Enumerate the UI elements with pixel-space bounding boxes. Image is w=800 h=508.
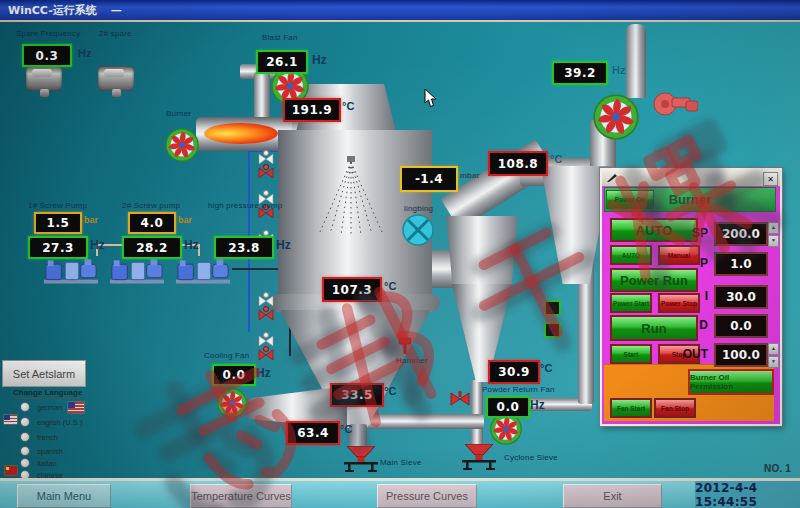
i-label: I [690, 289, 708, 303]
fan-stop-button[interactable]: Fan Stop [654, 398, 696, 418]
powder-return-fan-label: Powder Return Fan [482, 385, 555, 394]
start-button[interactable]: Start [610, 344, 652, 364]
powder-fan-freq-readout: 0.0 [486, 396, 530, 418]
language-label: spanish [37, 447, 63, 456]
sp-value-field[interactable]: 200.0 [714, 222, 768, 246]
tower-outlet-temp-unit: °C [384, 280, 396, 292]
sp-spinner-up-icon[interactable]: ▲ [768, 222, 779, 234]
set-alarm-button[interactable]: Set Aetslarm [2, 360, 86, 387]
cyclone-temp-unit: °C [540, 362, 552, 374]
cyclone-temp-readout: 30.9 [488, 360, 540, 384]
fan-start-button[interactable]: Fan Start [610, 398, 652, 418]
language-option-french[interactable]: french [20, 432, 58, 442]
d-value-field[interactable]: 0.0 [714, 314, 768, 338]
burner-oil-permission-button[interactable]: Burner Oil Permission [688, 369, 774, 395]
main-menu-button[interactable]: Main Menu [17, 484, 111, 508]
blast-fan-freq-readout: 26.1 [256, 50, 308, 74]
language-label: french [37, 433, 58, 442]
minimize-icon[interactable]: — [111, 4, 122, 17]
out-spinner-down-icon[interactable]: ▼ [768, 356, 779, 368]
pump1-freq-readout: 27.3 [28, 236, 88, 259]
spare-motor-2-icon [98, 66, 134, 91]
temperature-curves-button[interactable]: Temperature Curves [190, 484, 292, 508]
language-option-spanish[interactable]: spanish [20, 446, 63, 456]
title-divider [0, 20, 800, 22]
pump2-bar-unit: bar [178, 215, 192, 225]
panel-tool-icon [606, 173, 618, 183]
blast-fan-label: Blast Fan [262, 33, 298, 42]
burner-control-panel: ✕ Burner Power On AUTO AUTO Manual Power… [600, 168, 782, 426]
language-option-italian[interactable]: italian [20, 458, 57, 468]
radio-icon[interactable] [20, 417, 30, 427]
bottom-transfer-pipe [366, 414, 484, 429]
cone-temp-unit: °C [384, 385, 396, 397]
radio-icon[interactable] [20, 402, 30, 412]
sp-spinner[interactable]: ▲ ▼ [768, 222, 779, 244]
panel-title-bar[interactable] [602, 170, 780, 186]
valve-indicator-2 [544, 322, 561, 338]
datetime-display: 2012-4-4 15:44:55 [695, 481, 800, 508]
panel-close-button[interactable]: ✕ [763, 172, 778, 186]
power-run-button[interactable]: Power Run [610, 268, 698, 292]
out-spinner-up-icon[interactable]: ▲ [768, 343, 779, 355]
spare2-label: 2# spare [99, 29, 132, 38]
pump1-bar-unit: bar [84, 215, 98, 225]
cooling-fan-freq-unit: Hz [256, 366, 271, 380]
mouse-cursor [424, 88, 437, 108]
spare-frequency-readout: 0.3 [22, 44, 72, 67]
i-value-field[interactable]: 30.0 [714, 285, 768, 309]
spare-frequency-unit: Hz [78, 47, 91, 59]
p-label: P [690, 256, 708, 270]
lower-temp-unit: °C [340, 423, 352, 435]
out-spinner[interactable]: ▲ ▼ [768, 343, 779, 365]
d-label: D [690, 318, 708, 332]
burner-label: Burner [166, 109, 191, 118]
panel-orange-section: Burner Oil Permission Fan Start Fan Stop [604, 364, 774, 421]
exhaust-fan-icon [593, 94, 639, 140]
blast-temp-readout: 191.9 [283, 98, 341, 122]
radio-icon[interactable] [20, 432, 30, 442]
cn-flag-icon [5, 466, 17, 475]
valve-pair-1-icon [258, 150, 274, 178]
language-option-english[interactable]: english (U.S.) [20, 417, 82, 427]
auto-big-button[interactable]: AUTO [610, 218, 698, 242]
tower-pressure-unit: mbar [460, 171, 480, 180]
cone-temp-readout: 33.5 [330, 383, 384, 407]
radio-icon[interactable] [20, 458, 30, 468]
cyclone-sieve-label: Cyclone Sieve [504, 453, 558, 462]
panel-header-title: Burner [669, 192, 712, 207]
language-option-german[interactable]: german [20, 402, 62, 412]
cyclone-inlet-temp-readout: 108.8 [488, 151, 548, 176]
hp-pump-label: high pressure pump [208, 201, 282, 210]
stack-pipe [626, 24, 646, 98]
power-start-button[interactable]: Power Start [610, 293, 652, 313]
title-bar: WinCC-运行系统 — [0, 0, 800, 20]
exit-button[interactable]: Exit [563, 484, 662, 508]
pump1-bar-readout: 1.5 [34, 212, 82, 234]
out-value-field[interactable]: 100.0 [714, 343, 768, 367]
exhaust-fan-freq-readout: 39.2 [552, 61, 608, 85]
pump1-freq-unit: Hz [90, 238, 105, 252]
power-on-button[interactable]: Power On [606, 190, 654, 209]
valve-indicator-1 [544, 300, 561, 316]
language-label: german [37, 403, 62, 412]
spare-frequency-label: Spare Frequency [16, 29, 80, 38]
us-flag-icon [68, 402, 84, 413]
auto-small-button[interactable]: AUTO [610, 245, 652, 265]
hammer-label: Hammer [396, 356, 428, 365]
cooling-fan-icon [217, 388, 247, 418]
cooling-fan-label: Cooling Fan [204, 351, 249, 360]
window-title: WinCC-运行系统 [8, 3, 97, 18]
cyclone-inlet-temp-unit: °C [550, 153, 562, 165]
p-value-field[interactable]: 1.0 [714, 252, 768, 276]
radio-icon[interactable] [20, 446, 30, 456]
sp-label: SP [690, 226, 708, 240]
pressure-curves-button[interactable]: Pressure Curves [377, 484, 477, 508]
hammer-icon [397, 336, 413, 354]
valve-pair-5-icon [258, 332, 274, 360]
run-button[interactable]: Run [610, 315, 698, 341]
pump2-freq-readout: 28.2 [122, 236, 182, 259]
powder-fan-freq-unit: Hz [530, 398, 545, 412]
pump1-label: 1# Screw Pump [28, 201, 87, 210]
sp-spinner-down-icon[interactable]: ▼ [768, 235, 779, 247]
